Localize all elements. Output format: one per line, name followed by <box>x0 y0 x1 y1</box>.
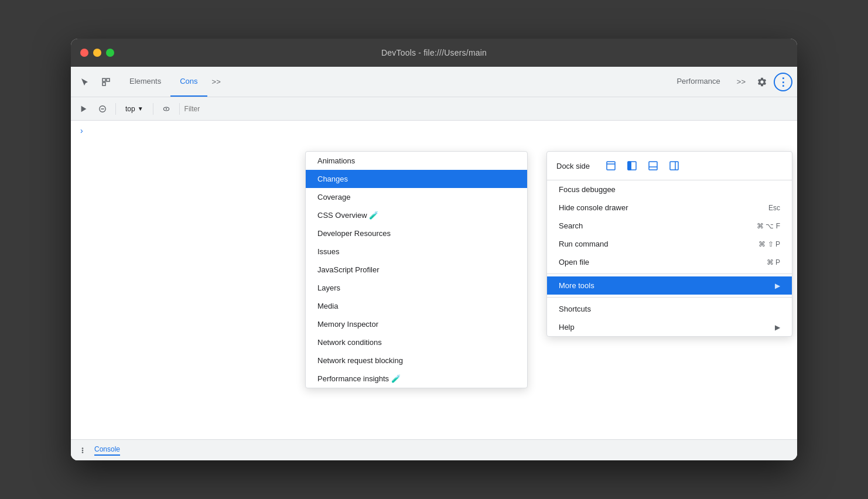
menu-item-network-conditions[interactable]: Network conditions <box>306 333 527 351</box>
dock-bottom-button[interactable] <box>646 159 660 173</box>
settings-button[interactable] <box>753 73 771 91</box>
more-tools-submenu[interactable]: Animations Changes Coverage CSS Overview… <box>305 151 528 388</box>
header-right: Performance >> ⋮ <box>667 73 797 91</box>
dock-right-button[interactable] <box>667 159 681 173</box>
right-menu-hide-console[interactable]: Hide console drawer Esc <box>547 199 792 217</box>
context-selector[interactable]: top ▼ <box>121 104 148 114</box>
run-script-button[interactable] <box>76 101 92 117</box>
more-options-button[interactable]: ⋮ <box>774 73 792 91</box>
svg-rect-18 <box>670 162 678 170</box>
svg-rect-1 <box>107 78 110 81</box>
menu-separator <box>547 274 792 274</box>
svg-rect-2 <box>102 83 105 86</box>
menu-item-perf-insights[interactable]: Performance insights 🧪 <box>306 370 527 388</box>
window-title: DevTools - file:///Users/main <box>381 48 487 57</box>
dock-icons <box>604 159 681 173</box>
right-menu-focus-debuggee[interactable]: Focus debuggee <box>547 180 792 199</box>
dock-side-label: Dock side <box>556 162 590 170</box>
cursor-icon[interactable] <box>76 73 94 91</box>
devtools-header: Elements Cons >> Performance >> ⋮ <box>71 67 797 97</box>
menu-item-animations[interactable]: Animations <box>306 152 527 170</box>
drawer-more-button[interactable] <box>76 443 90 457</box>
svg-rect-15 <box>628 162 631 170</box>
dropdown-arrow-icon: ▼ <box>138 105 143 112</box>
right-menu-help[interactable]: Help ▶ <box>547 318 792 336</box>
menu-item-media[interactable]: Media <box>306 297 527 315</box>
svg-point-9 <box>82 449 84 451</box>
devtools-window: DevTools - file:///Users/main Elements <box>71 39 797 460</box>
svg-rect-0 <box>102 78 105 81</box>
inspect-icon[interactable] <box>97 73 115 91</box>
svg-point-7 <box>165 108 166 109</box>
close-button[interactable] <box>80 49 88 57</box>
tab-elements[interactable]: Elements <box>120 67 170 97</box>
maximize-button[interactable] <box>106 49 114 57</box>
toolbar-divider <box>115 103 116 115</box>
right-menu-more-tools[interactable]: More tools ▶ <box>547 276 792 295</box>
nav-tabs: Elements Cons <box>120 67 207 97</box>
console-tab[interactable]: Console <box>94 445 120 456</box>
menu-item-coverage[interactable]: Coverage <box>306 188 527 206</box>
menu-item-memory-inspector[interactable]: Memory Inspector <box>306 315 527 333</box>
tab-performance[interactable]: Performance <box>667 77 729 87</box>
right-panel-menu[interactable]: Dock side <box>546 151 792 337</box>
menu-item-changes[interactable]: Changes <box>306 170 527 188</box>
bottom-bar: Console <box>71 439 797 460</box>
right-menu-search[interactable]: Search ⌘ ⌥ F <box>547 217 792 235</box>
menu-item-issues[interactable]: Issues <box>306 242 527 261</box>
more-tabs-chevron[interactable]: >> <box>737 77 746 86</box>
main-area: › Console Animations Changes <box>71 121 797 460</box>
filter-input[interactable] <box>184 102 792 116</box>
minimize-button[interactable] <box>93 49 101 57</box>
header-icons <box>71 73 120 91</box>
eye-icon[interactable] <box>158 101 175 117</box>
menu-item-network-blocking[interactable]: Network request blocking <box>306 351 527 370</box>
right-menu-run-command[interactable]: Run command ⌘ ⇧ P <box>547 235 792 253</box>
more-tabs-button[interactable]: >> <box>207 77 225 86</box>
svg-marker-3 <box>81 105 87 112</box>
toolbar-divider-2 <box>153 103 153 115</box>
right-menu-shortcuts[interactable]: Shortcuts <box>547 300 792 318</box>
right-menu-open-file[interactable]: Open file ⌘ P <box>547 253 792 271</box>
clear-console-button[interactable] <box>94 101 111 117</box>
title-bar: DevTools - file:///Users/main <box>71 39 797 67</box>
svg-rect-16 <box>649 162 657 170</box>
svg-point-10 <box>82 452 84 453</box>
console-toolbar: top ▼ <box>71 97 797 121</box>
menu-item-developer-resources[interactable]: Developer Resources <box>306 224 527 242</box>
tab-console[interactable]: Cons <box>170 67 207 97</box>
svg-rect-11 <box>607 162 615 170</box>
menu-item-js-profiler[interactable]: JavaScript Profiler <box>306 261 527 279</box>
menu-item-layers[interactable]: Layers <box>306 279 527 297</box>
dock-side-section: Dock side <box>547 152 792 180</box>
menu-item-css-overview[interactable]: CSS Overview 🧪 <box>306 206 527 224</box>
traffic-lights <box>80 49 114 57</box>
menu-separator-2 <box>547 297 792 298</box>
console-prompt[interactable]: › <box>80 126 83 135</box>
toolbar-divider-3 <box>179 103 180 115</box>
svg-point-8 <box>82 447 84 449</box>
dock-undocked-button[interactable] <box>604 159 618 173</box>
dock-left-button[interactable] <box>625 159 639 173</box>
